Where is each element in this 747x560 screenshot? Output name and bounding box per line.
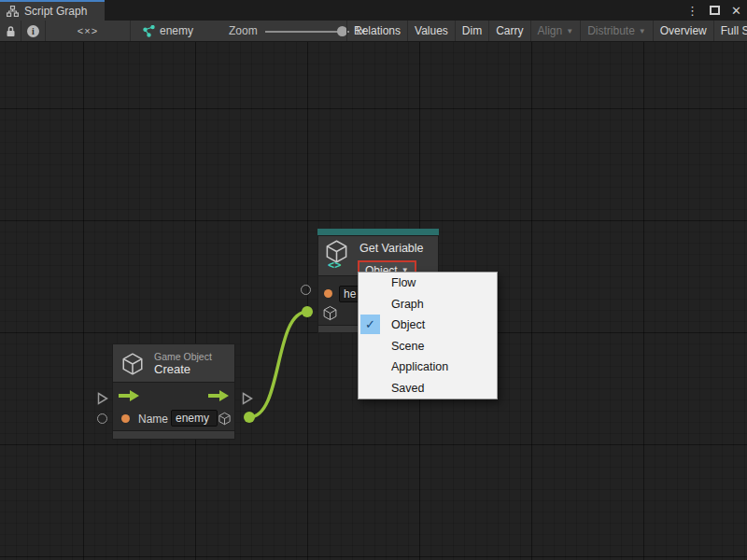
flow-input-port-triangle[interactable] [97, 392, 108, 405]
object-target-icon[interactable] [322, 305, 338, 321]
zoom-label: Zoom [229, 24, 258, 37]
tab-script-graph[interactable]: Script Graph [0, 0, 105, 21]
menu-item-application[interactable]: Application [359, 357, 497, 378]
menu-item-graph[interactable]: Graph [359, 294, 497, 315]
graph-hierarchy-icon [7, 6, 19, 17]
overview-button[interactable]: Overview [653, 21, 713, 41]
chevron-down-icon: ▼ [566, 27, 573, 35]
create-node-footer [112, 431, 235, 440]
node-title: Get Variable [359, 242, 424, 255]
graph-name: enemy [160, 24, 193, 37]
node-accent-bar [317, 229, 439, 235]
chevron-down-icon: ▼ [639, 27, 646, 35]
zoom-slider[interactable] [265, 21, 349, 42]
close-icon[interactable]: ✕ [729, 5, 743, 17]
variable-name-port[interactable] [324, 289, 332, 298]
maximize-icon[interactable] [710, 6, 720, 15]
variable-scope-menu: Flow Graph ✓ Object Scene Application Sa… [358, 272, 498, 399]
window-menu-icon[interactable]: ⋮ [684, 5, 700, 17]
align-dropdown-button[interactable]: Align ▼ [530, 21, 581, 41]
menu-item-flow[interactable]: Flow [359, 273, 497, 294]
lock-icon [6, 25, 16, 37]
info-icon: i [27, 25, 39, 37]
node-title: Create [154, 362, 190, 376]
code-icon: <×> [78, 25, 98, 36]
values-button[interactable]: Values [407, 21, 455, 41]
game-object-cube-icon [120, 352, 145, 376]
menu-item-scene[interactable]: Scene [359, 336, 497, 357]
tab-title: Script Graph [24, 5, 87, 18]
edit-code-button[interactable]: <×> [46, 21, 131, 41]
script-graph-window: Game Object Create Name [0, 0, 747, 560]
flow-input-arrow-icon[interactable] [119, 390, 139, 401]
variable-name-external-port[interactable] [301, 285, 311, 295]
full-screen-button[interactable]: Full Screen [713, 21, 747, 41]
get-variable-header[interactable]: <> Get Variable Object ▼ [317, 235, 439, 276]
lock-button[interactable] [0, 21, 21, 41]
carry-button[interactable]: Carry [488, 21, 529, 41]
game-object-output-icon[interactable] [218, 412, 232, 426]
node-game-object-create[interactable]: Game Object Create Name [112, 343, 235, 440]
node-category-label: Game Object [154, 351, 212, 362]
code-brackets-icon: <> [328, 259, 341, 272]
checkmark-icon: ✓ [360, 315, 380, 334]
flow-output-arrow-icon[interactable] [208, 390, 229, 401]
graph-node-icon [143, 25, 155, 37]
flow-output-port-triangle[interactable] [242, 392, 253, 405]
inspect-button[interactable]: i [21, 21, 46, 41]
relations-button[interactable]: Relations [346, 21, 407, 41]
param-label: Name [138, 413, 168, 426]
create-node-header[interactable]: Game Object Create [112, 343, 235, 383]
name-value-input[interactable] [171, 410, 218, 427]
name-input-port[interactable] [121, 414, 130, 423]
tab-bar: Script Graph ⋮ ✕ [0, 0, 747, 21]
name-external-port[interactable] [97, 413, 107, 424]
dim-button[interactable]: Dim [455, 21, 488, 41]
menu-item-object[interactable]: ✓ Object [359, 315, 497, 336]
menu-item-saved[interactable]: Saved [359, 378, 497, 399]
distribute-dropdown-button[interactable]: Distribute ▼ [580, 21, 653, 41]
graph-toolbar: i <×> enemy Zoom 1x Re [0, 21, 747, 42]
graph-breadcrumb[interactable]: enemy [131, 21, 205, 41]
